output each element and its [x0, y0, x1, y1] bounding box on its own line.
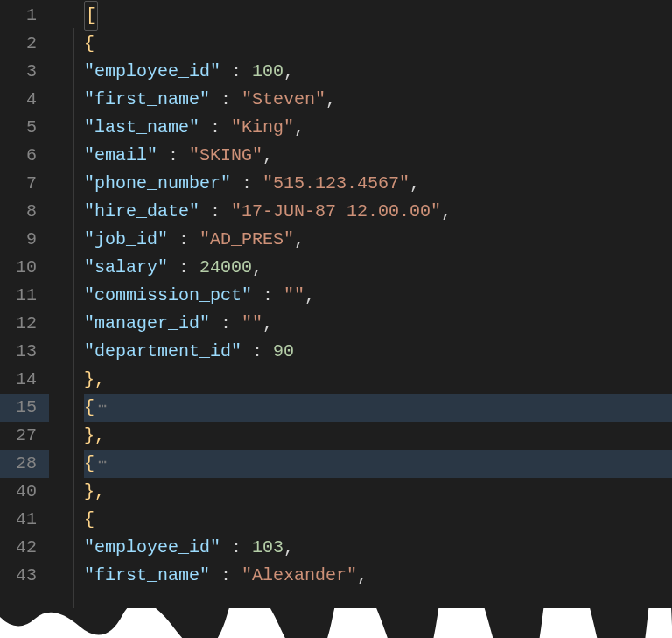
json-string: "SKING": [189, 142, 262, 170]
json-key: "salary": [84, 254, 168, 282]
fold-ellipsis-icon[interactable]: ⋯: [94, 396, 107, 419]
json-number: 100: [252, 58, 284, 86]
json-string: "": [284, 282, 304, 310]
line-number: 27: [0, 422, 49, 450]
brace-close: },: [84, 366, 105, 394]
json-string: "Steven": [242, 86, 326, 114]
line-number: 13: [0, 338, 49, 366]
code-line[interactable]: "department_id" : 90: [84, 338, 672, 366]
fold-ellipsis-icon[interactable]: ⋯: [94, 452, 107, 475]
json-key: "last_name": [84, 114, 200, 142]
line-number: 8: [0, 198, 49, 226]
fold-column: [49, 0, 68, 638]
json-number: 103: [252, 534, 284, 562]
json-key: "first_name": [84, 86, 210, 114]
line-number-gutter: 1 2 3 4 5 6 7 8 9 10 11 12 13 14 15 27 2…: [0, 0, 49, 638]
code-line[interactable]: "first_name" : "Steven",: [84, 86, 672, 114]
json-string: "Alexander": [242, 562, 357, 590]
code-line[interactable]: "commission_pct" : "",: [84, 282, 672, 310]
code-editor[interactable]: 1 2 3 4 5 6 7 8 9 10 11 12 13 14 15 27 2…: [0, 0, 672, 638]
json-key: "job_id": [84, 226, 168, 254]
line-number-folded[interactable]: 28: [0, 450, 49, 478]
code-line[interactable]: "job_id" : "AD_PRES",: [84, 226, 672, 254]
code-line[interactable]: "last_name" : "King",: [84, 114, 672, 142]
json-key: "first_name": [84, 562, 210, 590]
brace-open: {: [84, 30, 94, 58]
line-number: 6: [0, 142, 49, 170]
json-key: "phone_number": [84, 170, 231, 198]
brace-open: {: [84, 394, 94, 422]
code-line[interactable]: "employee_id" : 103,: [84, 534, 672, 562]
code-line[interactable]: "manager_id" : "",: [84, 310, 672, 338]
line-number: 42: [0, 534, 49, 562]
json-string: "AD_PRES": [200, 226, 294, 254]
code-line[interactable]: {: [84, 30, 672, 58]
code-line[interactable]: },: [84, 366, 672, 394]
code-line[interactable]: "phone_number" : "515.123.4567",: [84, 170, 672, 198]
bracket-open: [: [84, 1, 98, 31]
code-line[interactable]: },: [84, 478, 672, 506]
brace-open: {: [84, 506, 94, 534]
code-line[interactable]: "salary" : 24000,: [84, 254, 672, 282]
line-number: 12: [0, 310, 49, 338]
brace-close: },: [84, 422, 105, 450]
brace-open: {: [84, 450, 94, 478]
line-number: 3: [0, 58, 49, 86]
line-number: 41: [0, 506, 49, 534]
line-number: 9: [0, 226, 49, 254]
line-number-folded[interactable]: 15: [0, 394, 49, 422]
json-string: "515.123.4567": [262, 170, 410, 198]
line-number: 2: [0, 30, 49, 58]
indent-guide: [74, 28, 74, 638]
json-key: "email": [84, 142, 158, 170]
line-number: 14: [0, 366, 49, 394]
code-area[interactable]: [ { "employee_id" : 100, "first_name" : …: [68, 0, 672, 638]
line-number: 5: [0, 114, 49, 142]
json-number: 90: [273, 338, 294, 366]
json-key: "employee_id": [84, 534, 220, 562]
line-number: 40: [0, 478, 49, 506]
line-number: 4: [0, 86, 49, 114]
line-number: 11: [0, 282, 49, 310]
line-number: 10: [0, 254, 49, 282]
folded-region[interactable]: {⋯: [84, 394, 672, 422]
code-line[interactable]: {: [84, 506, 672, 534]
code-line[interactable]: },: [84, 422, 672, 450]
code-line[interactable]: "employee_id" : 100,: [84, 58, 672, 86]
torn-edge-decoration: [0, 608, 672, 638]
json-key: "department_id": [84, 338, 242, 366]
code-line[interactable]: "hire_date" : "17-JUN-87 12.00.00",: [84, 198, 672, 226]
json-number: 24000: [200, 254, 252, 282]
code-line[interactable]: [: [84, 2, 672, 30]
line-number: 7: [0, 170, 49, 198]
line-number: 1: [0, 2, 49, 30]
json-key: "employee_id": [84, 58, 220, 86]
json-string: "": [242, 310, 262, 338]
json-key: "hire_date": [84, 198, 200, 226]
json-string: "17-JUN-87 12.00.00": [231, 198, 441, 226]
brace-close: },: [84, 478, 105, 506]
folded-region[interactable]: {⋯: [84, 450, 672, 478]
code-line[interactable]: "email" : "SKING",: [84, 142, 672, 170]
json-key: "manager_id": [84, 310, 210, 338]
line-number: 43: [0, 562, 49, 590]
json-key: "commission_pct": [84, 282, 252, 310]
code-line[interactable]: "first_name" : "Alexander",: [84, 562, 672, 590]
json-string: "King": [231, 114, 294, 142]
